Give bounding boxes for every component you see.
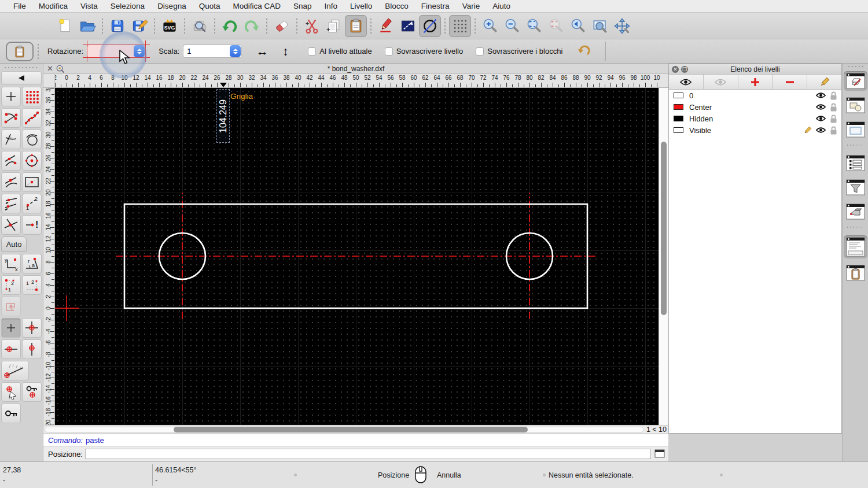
snap-center-button[interactable] [22, 151, 42, 171]
menu-item-info[interactable]: Info [318, 0, 344, 13]
vertical-scrollbar[interactable] [659, 88, 668, 425]
rotation-stepper[interactable] [134, 45, 145, 57]
undo-button[interactable] [219, 15, 241, 37]
checkbox-box[interactable] [476, 47, 484, 56]
checkbox-box[interactable] [308, 47, 316, 56]
print-preview-button[interactable] [189, 15, 211, 37]
flip-vertical-button[interactable]: ↕ [275, 45, 295, 58]
layer-lock-toggle[interactable] [830, 103, 837, 112]
menu-item-disegna[interactable]: Disegna [151, 0, 193, 13]
menu-item-aiuto[interactable]: Aiuto [486, 0, 517, 13]
toggle-reference-view-button[interactable] [844, 202, 867, 221]
snap-endpoints-button[interactable] [1, 108, 21, 128]
vertical-scrollbar-thumb[interactable] [661, 142, 667, 315]
layer-row-center[interactable]: Center [669, 101, 841, 113]
lock-icon[interactable] [830, 91, 837, 100]
lock-icon[interactable] [830, 126, 837, 135]
zoom-previous-button[interactable] [567, 15, 589, 37]
snap-intersection-button[interactable] [1, 215, 21, 235]
menu-item-modifica-cad[interactable]: Modifica CAD [226, 0, 287, 13]
coord-cartesian-button[interactable]: yx [1, 254, 21, 273]
paste-button[interactable] [345, 15, 367, 37]
flip-horizontal-button[interactable]: ↔ [252, 45, 272, 58]
layer-visibility-toggle[interactable] [816, 92, 826, 99]
snap-middle-button[interactable] [1, 172, 21, 192]
menu-item-blocco[interactable]: Blocco [378, 0, 415, 13]
lock-icon[interactable] [830, 103, 837, 112]
menu-item-modifica[interactable]: Modifica [32, 0, 74, 13]
position-input[interactable] [85, 449, 651, 459]
eye-icon[interactable] [816, 92, 826, 99]
new-file-button[interactable] [54, 15, 76, 37]
snap-tangent-button[interactable] [22, 130, 42, 149]
eye-icon[interactable] [816, 103, 826, 110]
show-all-layers-button[interactable] [669, 75, 704, 89]
save-button[interactable] [106, 15, 128, 37]
snap-auto-button[interactable]: Auto [1, 236, 27, 252]
horizontal-scrollbar[interactable]: 1 < 10 [43, 425, 668, 434]
restrict-nothing-button[interactable] [1, 318, 21, 338]
origin-marker[interactable] [55, 295, 79, 321]
layer-lock-toggle[interactable] [830, 126, 837, 135]
toggle-layer-list-button[interactable] [844, 71, 867, 91]
scale-input[interactable]: 1 [183, 45, 242, 58]
snap-grid-button[interactable] [22, 87, 42, 106]
snap-intersection-auto-button[interactable] [1, 130, 21, 149]
zoom-window-button[interactable] [589, 15, 611, 37]
menu-item-snap[interactable]: Snap [287, 0, 318, 13]
restrict-vertical-button[interactable] [22, 339, 42, 359]
toolbar-handle[interactable] [847, 65, 863, 69]
divide-button[interactable] [419, 15, 441, 37]
restrict-horizontal-button[interactable] [1, 339, 21, 359]
horizontal-scrollbar-thumb[interactable] [174, 427, 528, 432]
layer-lock-toggle[interactable] [830, 91, 837, 100]
back-button[interactable] [1, 71, 42, 85]
layer-row-hidden[interactable]: Hidden [669, 113, 841, 124]
zoom-in-button[interactable] [479, 15, 501, 37]
toggle-block-list-button[interactable] [844, 95, 867, 115]
restrict-none-button[interactable] [1, 297, 21, 316]
save-as-button[interactable] [128, 15, 150, 37]
reset-tool-button[interactable] [576, 43, 591, 60]
lock-position-button[interactable] [1, 404, 21, 423]
svg-export-button[interactable]: SVG [159, 15, 181, 37]
rotation-input[interactable] [87, 45, 146, 58]
remove-layer-button[interactable] [773, 75, 807, 89]
menu-item-seleziona[interactable]: Seleziona [104, 0, 151, 13]
set-relative-zero-button[interactable] [1, 382, 21, 402]
layer-row-visible[interactable]: Visible [669, 124, 841, 136]
open-file-button[interactable] [76, 15, 98, 37]
lock-relative-zero-button[interactable] [22, 382, 42, 402]
scale-stepper[interactable] [230, 45, 241, 57]
checkbox-to-current-layer[interactable]: Al livello attuale [308, 47, 372, 56]
restrict-orthogonal-button[interactable] [22, 318, 42, 338]
snap-restriction-button[interactable]: ! [22, 215, 42, 235]
toggle-library-browser-button[interactable] [844, 120, 867, 139]
coord-absolute-button[interactable]: 12 [22, 275, 42, 295]
toggle-clipboard-viewer-button[interactable] [844, 263, 867, 283]
eraser-button[interactable] [271, 15, 293, 37]
checkbox-overwrite-blocks[interactable]: Sovrascrivere i blocchi [476, 47, 562, 56]
redo-button[interactable] [241, 15, 263, 37]
menu-item-livello[interactable]: Livello [344, 0, 378, 13]
pan-button[interactable] [611, 15, 633, 37]
coord-polar-button[interactable]: ra [22, 254, 42, 273]
layer-lock-toggle[interactable] [830, 114, 837, 123]
snap-free-button[interactable] [1, 87, 21, 106]
toggle-command-line-button[interactable] [844, 235, 867, 258]
copy-button[interactable] [323, 15, 345, 37]
toggle-selection-filter-button[interactable] [844, 178, 867, 197]
snap-distance-1-button[interactable] [1, 194, 21, 213]
layer-visibility-toggle[interactable] [816, 115, 826, 122]
layer-visibility-toggle[interactable] [816, 127, 826, 134]
eye-icon[interactable] [816, 127, 826, 134]
menu-item-finestra[interactable]: Finestra [415, 0, 456, 13]
grid-toggle-button[interactable] [449, 15, 471, 37]
add-layer-button[interactable] [738, 75, 773, 89]
zoom-auto-button[interactable] [523, 15, 545, 37]
cut-button[interactable] [301, 15, 323, 37]
snap-middle-manual-button[interactable] [22, 172, 42, 192]
menu-item-vista[interactable]: Vista [74, 0, 104, 13]
zoom-out-button[interactable] [501, 15, 523, 37]
snap-on-entity-button[interactable] [22, 108, 42, 128]
